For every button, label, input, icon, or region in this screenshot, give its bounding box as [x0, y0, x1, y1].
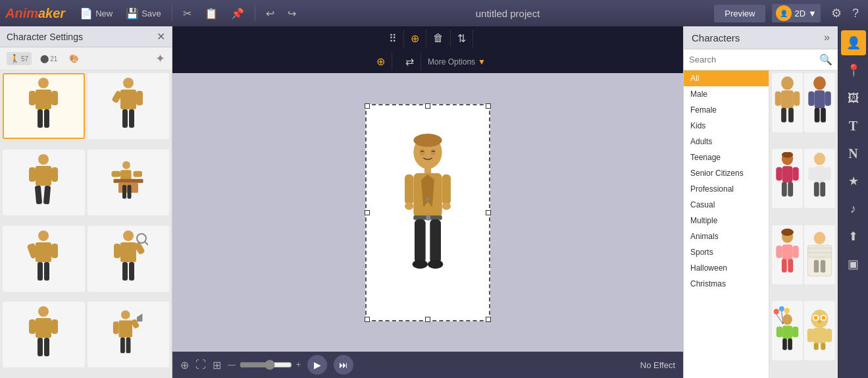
sidebar-star-button[interactable]: ★	[841, 169, 866, 194]
new-button[interactable]: 📄 New	[74, 5, 118, 22]
svg-rect-21	[133, 171, 142, 177]
category-teenage[interactable]: Teenage	[684, 149, 769, 165]
characters-panel-title: Characters	[692, 32, 740, 43]
category-male[interactable]: Male	[684, 86, 769, 102]
char-item-3[interactable]	[772, 149, 803, 208]
category-female[interactable]: Female	[684, 102, 769, 118]
category-multiple[interactable]: Multiple	[684, 213, 769, 229]
characters-expand-button[interactable]: »	[824, 32, 830, 43]
tab-props[interactable]: ⬤ 21	[37, 52, 61, 65]
handle-tr[interactable]	[486, 103, 491, 109]
category-halloween[interactable]: Halloween	[684, 260, 769, 276]
sidebar-image-button[interactable]: 🖼	[841, 86, 866, 111]
expand-button[interactable]: ⛶	[195, 359, 206, 371]
gear-button[interactable]: ⚙	[827, 3, 846, 23]
svg-point-116	[784, 308, 790, 313]
svg-rect-5	[44, 109, 49, 128]
pose-1-preview	[24, 76, 63, 136]
mode-selector[interactable]: 👤 2D ▼	[772, 4, 821, 22]
sidebar-music-button[interactable]: ♪	[841, 196, 866, 221]
category-sports[interactable]: Sports	[684, 244, 769, 260]
pose-item-4[interactable]	[88, 149, 170, 215]
flip-button[interactable]: ⇅	[451, 30, 473, 47]
effect-label: No Effect	[640, 360, 675, 370]
help-button[interactable]: ?	[848, 4, 863, 23]
cut-button[interactable]: ✂	[178, 5, 197, 22]
handle-bm[interactable]	[425, 317, 430, 322]
category-all[interactable]: All	[684, 70, 769, 86]
pose-item-1[interactable]	[3, 73, 85, 139]
category-casual[interactable]: Casual	[684, 197, 769, 213]
svg-rect-1	[36, 90, 51, 109]
rotate-button[interactable]: ⊕	[370, 53, 392, 70]
svg-rect-10	[122, 109, 128, 128]
handle-bl[interactable]	[365, 317, 370, 322]
handle-mr[interactable]	[486, 210, 491, 215]
char-item-6[interactable]	[804, 225, 835, 284]
handle-tm[interactable]	[425, 103, 430, 109]
char-item-7[interactable]	[772, 301, 803, 360]
delete-button[interactable]: 🗑	[426, 30, 451, 47]
category-christmas[interactable]: Christmas	[684, 276, 769, 292]
step-button[interactable]: ⏭	[334, 355, 353, 375]
char-item-5[interactable]	[772, 225, 803, 284]
more-options-button[interactable]: More Options ▼	[428, 57, 486, 67]
svg-rect-82	[815, 108, 820, 122]
redo-icon: ↪	[288, 7, 296, 20]
category-professional[interactable]: Professional	[684, 181, 769, 197]
play-button[interactable]: ▶	[307, 355, 327, 375]
sidebar-location-button[interactable]: 📍	[841, 58, 866, 83]
tab-poses[interactable]: 🚶 57	[7, 52, 32, 65]
sidebar-upload-button[interactable]: ⬆	[841, 224, 866, 249]
magic-wand-button[interactable]: ✦	[155, 51, 165, 66]
pose-item-3[interactable]	[3, 149, 85, 215]
svg-rect-52	[126, 338, 130, 354]
transform-button[interactable]: ⊕	[404, 30, 426, 47]
svg-rect-38	[122, 262, 128, 281]
undo-button[interactable]: ↩	[261, 5, 280, 22]
sidebar-text-t-button[interactable]: T	[841, 113, 866, 138]
more-options-label: More Options	[428, 57, 475, 67]
char-item-8[interactable]	[804, 301, 835, 360]
category-kids[interactable]: Kids	[684, 118, 769, 134]
paste-button[interactable]: 📌	[226, 5, 249, 22]
pose-item-2[interactable]	[88, 73, 170, 139]
grid-button[interactable]: ⊞	[213, 359, 221, 371]
pose-item-5[interactable]	[3, 226, 85, 292]
sidebar-scene-button[interactable]: ▣	[841, 252, 866, 277]
pose-2-preview	[109, 76, 148, 136]
char-item-2[interactable]	[804, 73, 835, 132]
handle-ml[interactable]	[365, 210, 370, 215]
handle-br[interactable]	[486, 317, 491, 322]
pose-item-8[interactable]	[88, 302, 170, 367]
zoom-slider[interactable]	[240, 360, 292, 370]
swap-button[interactable]: ⇄	[399, 53, 421, 70]
category-adults[interactable]: Adults	[684, 134, 769, 149]
svg-rect-110	[807, 245, 831, 276]
category-senior[interactable]: Senior Citizens	[684, 165, 769, 181]
tab-color[interactable]: 🎨	[66, 52, 82, 65]
svg-rect-32	[123, 230, 134, 241]
redo-button[interactable]: ↪	[282, 5, 301, 22]
char-item-4[interactable]	[804, 149, 835, 208]
poses-icon: 🚶	[10, 54, 20, 63]
category-animals[interactable]: Animals	[684, 229, 769, 244]
pose-item-6[interactable]	[88, 226, 170, 292]
copy-button[interactable]: 📋	[199, 5, 223, 22]
close-panel-button[interactable]: ✕	[157, 30, 165, 43]
save-button[interactable]: 💾 Save	[120, 5, 166, 22]
svg-rect-6	[123, 78, 134, 88]
panel-header: Character Settings ✕	[0, 26, 172, 47]
more-options-bar: ⊕ ⇄ More Options ▼	[172, 50, 683, 73]
canvas-main[interactable]	[172, 73, 683, 352]
sidebar-text-n-button[interactable]: N	[841, 141, 866, 166]
crosshair-button[interactable]: ⊕	[180, 359, 189, 371]
zoom-control: — +	[228, 360, 301, 370]
pose-item-7[interactable]	[3, 302, 85, 367]
handle-tl[interactable]	[365, 103, 370, 109]
preview-button[interactable]: Preview	[714, 5, 765, 22]
grid-dots-button[interactable]: ⠿	[382, 30, 404, 47]
sidebar-character-button[interactable]: 👤	[841, 30, 866, 55]
char-item-1[interactable]	[772, 73, 803, 132]
characters-search-input[interactable]	[689, 55, 817, 65]
